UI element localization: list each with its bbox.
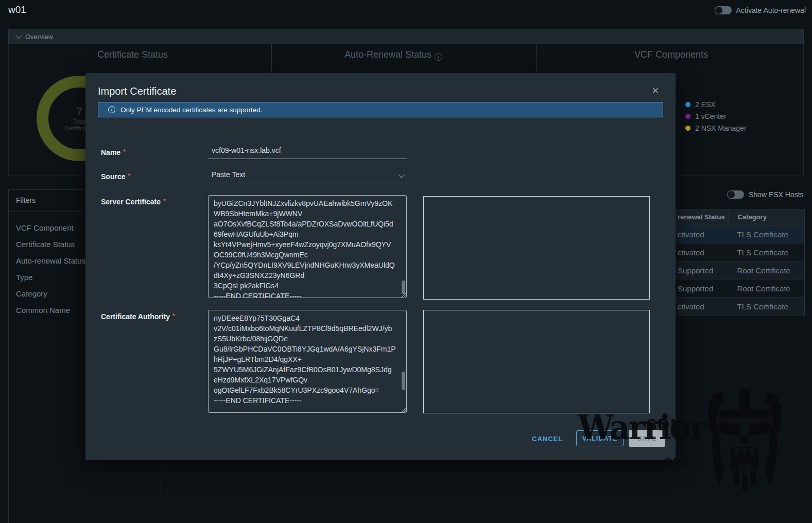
auto-renewal-status-text: Auto-Renewal Status <box>344 49 431 60</box>
cell-category: TLS Certificate <box>729 302 804 311</box>
required-marker: * <box>128 172 130 180</box>
filters-title: Filters <box>16 196 36 204</box>
cell-category: Root Certificate <box>729 266 804 275</box>
resize-handle-icon[interactable] <box>401 407 406 412</box>
certificate-authority-textarea-wrap: nyDEeeE8Yp75T30GgaC4 v2V/c01iMxbo6toMqNK… <box>208 310 407 413</box>
required-marker: * <box>172 312 175 320</box>
import-certificate-modal: Import Certificate ✕ i Only PEM encoded … <box>85 73 676 460</box>
activate-auto-renewal-label: Activate Auto-renewal <box>736 6 806 14</box>
validate-button[interactable]: VALIDATE <box>576 430 624 446</box>
nsx-dot-icon <box>685 126 690 131</box>
activate-auto-renewal-toggle[interactable]: Activate Auto-renewal <box>715 6 806 14</box>
vcf-components-title: VCF Components <box>634 49 708 60</box>
chevron-down-icon <box>399 172 404 178</box>
col-header-category[interactable]: Category <box>729 212 804 222</box>
vcf-components-legend: 2 ESX 1 vCenter 2 NSX Manager <box>685 98 747 134</box>
name-label-text: Name <box>101 148 120 156</box>
page-title: w01 <box>8 4 26 15</box>
cell-category: Root Certificate <box>729 284 804 293</box>
filter-vcf-component[interactable]: VCF Component <box>16 223 74 232</box>
vcenter-dot-icon <box>685 114 690 119</box>
toggle-off-icon[interactable] <box>715 6 732 14</box>
filter-auto-renewal-status[interactable]: Auto-renewal Status <box>16 256 85 265</box>
certificate-authority-textarea[interactable]: nyDEeeE8Yp75T30GgaC4 v2V/c01iMxbo6toMqNK… <box>208 310 407 413</box>
resize-handle-icon[interactable] <box>401 292 406 298</box>
name-value: vcf09-w01-nsx.lab.vcf <box>212 146 281 154</box>
legend-label: 2 NSX Manager <box>695 124 747 132</box>
donut-total: 7 <box>76 105 82 118</box>
cancel-button[interactable]: CANCEL <box>532 435 563 443</box>
certificate-authority-preview-box <box>423 310 650 413</box>
certificate-authority-label-text: Certificate Authority <box>101 312 170 321</box>
overview-label: Overview <box>25 33 53 41</box>
legend-item-vcenter: 1 vCenter <box>685 110 747 122</box>
certificate-authority-label: Certificate Authority* <box>101 312 175 321</box>
info-icon: i <box>435 53 442 61</box>
close-icon[interactable]: ✕ <box>652 86 659 95</box>
certificate-status-title: Certificate Status <box>97 49 168 60</box>
legend-label: 1 vCenter <box>695 112 727 120</box>
filter-category[interactable]: Category <box>16 289 47 298</box>
show-esx-hosts-label: Show ESX Hosts <box>749 190 804 199</box>
source-label: Source* <box>101 172 130 181</box>
server-certificate-preview-box <box>423 196 650 300</box>
required-marker: * <box>163 198 166 205</box>
server-certificate-label: Server Certificate* <box>101 198 166 206</box>
legend-label: 2 ESX <box>695 100 716 109</box>
cell-category: TLS Certificate <box>729 248 804 257</box>
server-certificate-textarea[interactable]: byUGiZCn3JYbltNJZxvlizkv8pvUAEahwibk5GmV… <box>208 195 407 298</box>
info-banner: i Only PEM encoded certificates are supp… <box>98 102 663 117</box>
info-icon: i <box>108 106 115 113</box>
modal-title: Import Certificate <box>98 85 176 97</box>
auto-renewal-status-title: Auto-Renewal Statusi <box>344 49 442 61</box>
filter-certificate-status[interactable]: Certificate Status <box>16 240 75 249</box>
save-button[interactable]: SAVE <box>629 430 665 447</box>
source-select[interactable]: Paste Text <box>208 168 407 183</box>
donut-sub1: Total <box>73 118 85 125</box>
filter-type[interactable]: Type <box>16 273 33 282</box>
source-value: Paste Text <box>212 170 245 179</box>
chevron-down-icon <box>16 33 22 39</box>
esx-dot-icon <box>685 102 690 107</box>
toggle-off-icon[interactable] <box>727 190 744 199</box>
banner-text: Only PEM encoded certificates are suppor… <box>120 106 262 114</box>
viking-skull-icon <box>699 386 790 499</box>
name-label: Name* <box>101 148 126 156</box>
required-marker: * <box>123 148 126 155</box>
show-esx-hosts-toggle[interactable]: Show ESX Hosts <box>727 190 804 199</box>
legend-item-esx: 2 ESX <box>685 98 747 110</box>
toggle-knob <box>715 7 722 14</box>
source-label-text: Source <box>101 172 125 181</box>
filter-common-name[interactable]: Common Name <box>16 306 70 315</box>
server-certificate-label-text: Server Certificate <box>101 198 161 206</box>
scrollbar-thumb[interactable] <box>402 372 405 390</box>
name-input[interactable]: vcf09-w01-nsx.lab.vcf <box>208 144 407 159</box>
cell-category: TLS Certificate <box>729 230 804 239</box>
toggle-knob <box>728 191 735 198</box>
overview-section-header[interactable]: Overview <box>8 29 804 44</box>
legend-item-nsx: 2 NSX Manager <box>685 122 747 134</box>
server-certificate-textarea-wrap: byUGiZCn3JYbltNJZxvlizkv8pvUAEahwibk5GmV… <box>208 195 407 298</box>
vcf-certificates-page: w01 Activate Auto-renewal Overview Certi… <box>0 0 812 523</box>
